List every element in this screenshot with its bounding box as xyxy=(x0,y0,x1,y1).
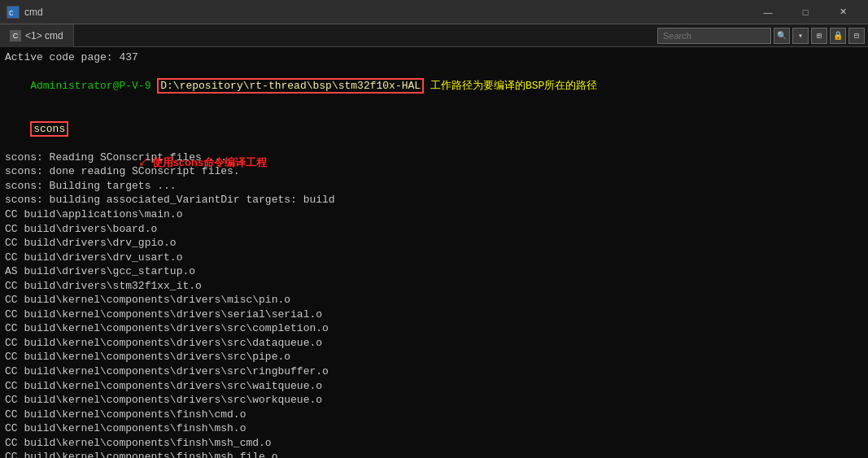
cmd-icon: C xyxy=(7,6,20,19)
tab-bar-controls: 🔍 ▾ ⊞ 🔒 ⊟ xyxy=(657,28,868,44)
output-line-14: CC build\kernel\components\drivers\src\p… xyxy=(5,350,863,364)
output-line-4: CC build\applications\main.o xyxy=(5,207,863,222)
output-line-5: CC build\drivers\board.o xyxy=(5,222,863,237)
prompt-user: Administrator@P-V-9 xyxy=(30,80,150,92)
tab-layout-button[interactable]: ⊞ xyxy=(811,28,827,44)
scons-annotation: ↙ 使用scons命令编译工程 xyxy=(138,155,267,170)
tab-extra-button[interactable]: ⊟ xyxy=(848,28,865,44)
output-line-1: scons: done reading SConscript files. xyxy=(5,164,863,179)
output-line-12: CC build\kernel\components\drivers\src\c… xyxy=(5,321,863,336)
tab-cmd[interactable]: C <1> cmd xyxy=(0,24,74,47)
window-controls: — □ ✕ xyxy=(749,0,861,24)
tab-label: <1> cmd xyxy=(25,30,63,41)
output-line-3: scons: building associated_VariantDir ta… xyxy=(5,193,863,207)
output-line-2: scons: Building targets ... xyxy=(5,179,863,194)
annotation-path: 工作路径为要编译的BSP所在的路径 xyxy=(430,80,597,92)
prompt-line: Administrator@P-V-9 D:\repository\rt-thr… xyxy=(5,65,863,108)
active-code-line: Active code page: 437 xyxy=(5,50,863,65)
output-line-8: AS build\drivers\gcc_startup.o xyxy=(5,264,863,279)
output-line-6: CC build\drivers\drv_gpio.o xyxy=(5,236,863,251)
output-line-18: CC build\kernel\components\finsh\cmd.o xyxy=(5,408,863,422)
output-line-15: CC build\kernel\components\drivers\src\r… xyxy=(5,364,863,379)
tab-bar: C <1> cmd 🔍 ▾ ⊞ 🔒 ⊟ xyxy=(0,24,868,47)
output-line-11: CC build\kernel\components\drivers\seria… xyxy=(5,308,863,322)
terminal-area[interactable]: Active code page: 437 Administrator@P-V-… xyxy=(0,47,868,458)
window-title: cmd xyxy=(24,7,43,18)
minimize-button[interactable]: — xyxy=(749,0,787,24)
search-button[interactable]: 🔍 xyxy=(774,28,790,44)
output-line-10: CC build\kernel\components\drivers\misc\… xyxy=(5,293,863,308)
output-line-19: CC build\kernel\components\finsh\msh.o xyxy=(5,421,863,436)
output-line-9: CC build\drivers\stm32f1xx_it.o xyxy=(5,279,863,294)
scons-cmd-box: scons xyxy=(30,121,68,137)
tab-pin-button[interactable]: 🔒 xyxy=(830,28,846,44)
scons-cmd-line: scons xyxy=(5,107,863,150)
output-line-7: CC build\drivers\drv_usart.o xyxy=(5,251,863,265)
tab-add-button[interactable]: ▾ xyxy=(792,28,809,44)
maximize-button[interactable]: □ xyxy=(787,0,824,24)
output-line-16: CC build\kernel\components\drivers\src\w… xyxy=(5,379,863,394)
output-line-21: CC build\kernel\components\finsh\msh_fil… xyxy=(5,450,863,458)
output-line-13: CC build\kernel\components\drivers\src\d… xyxy=(5,336,863,351)
prompt-path-highlight: D:\repository\rt-thread\bsp\stm32f10x-HA… xyxy=(157,78,424,94)
close-button[interactable]: ✕ xyxy=(824,0,861,24)
output-line-17: CC build\kernel\components\drivers\src\w… xyxy=(5,393,863,408)
output-line-20: CC build\kernel\components\finsh\msh_cmd… xyxy=(5,436,863,451)
tab-cmd-icon: C xyxy=(10,30,21,41)
search-input[interactable] xyxy=(657,28,771,44)
output-line-0: scons: Reading SConscript files ... xyxy=(5,150,863,165)
title-bar: C cmd — □ ✕ xyxy=(0,0,868,24)
svg-text:C: C xyxy=(9,10,14,18)
